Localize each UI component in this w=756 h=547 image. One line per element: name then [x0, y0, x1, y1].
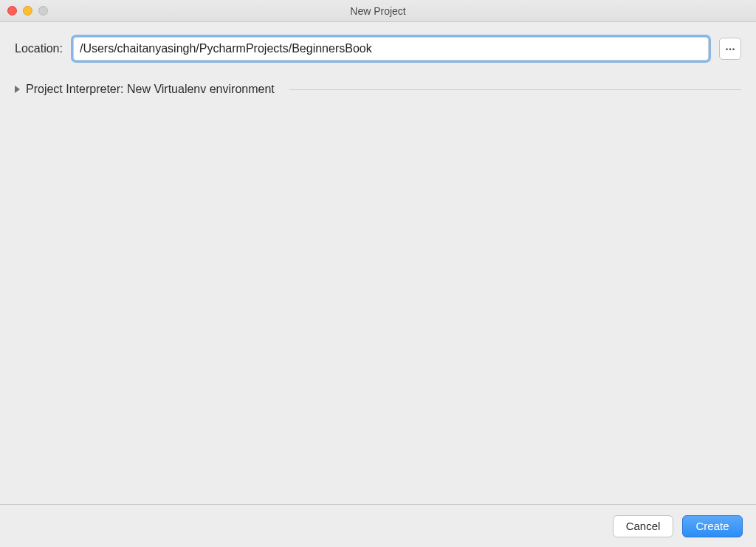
zoom-icon: [38, 6, 48, 16]
location-input-wrap: [73, 37, 709, 61]
create-button[interactable]: Create: [682, 515, 743, 537]
interpreter-row[interactable]: Project Interpreter: New Virtualenv envi…: [15, 80, 741, 99]
window-title: New Project: [0, 5, 756, 17]
browse-button[interactable]: ...: [719, 38, 741, 60]
chevron-right-icon[interactable]: [15, 86, 20, 93]
divider: [289, 89, 741, 90]
minimize-icon[interactable]: [23, 6, 32, 16]
location-row: Location: ...: [15, 37, 741, 61]
button-bar: Cancel Create: [0, 504, 756, 547]
close-icon[interactable]: [7, 6, 17, 16]
location-label: Location:: [15, 42, 63, 55]
window-controls: [7, 6, 48, 16]
interpreter-label: Project Interpreter: New Virtualenv envi…: [26, 83, 275, 96]
cancel-button[interactable]: Cancel: [613, 515, 673, 537]
title-bar: New Project: [0, 0, 756, 22]
location-input[interactable]: [73, 37, 709, 61]
dialog-content: Location: ... Project Interpreter: New V…: [0, 22, 756, 99]
